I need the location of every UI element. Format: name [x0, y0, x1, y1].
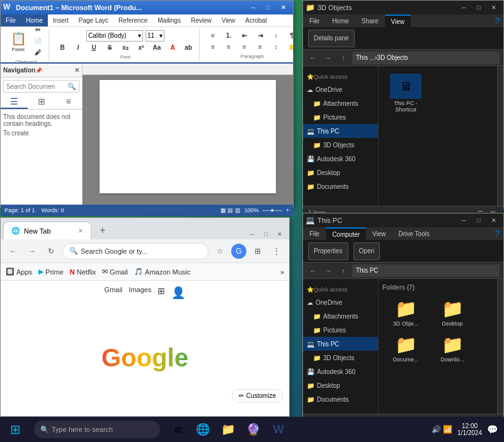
zoom-slider[interactable]: ──●── — [263, 207, 282, 213]
start-button[interactable]: ⊞ — [0, 417, 30, 442]
apps-grid-icon[interactable]: ⊞ — [158, 286, 165, 300]
taskbar-word-button[interactable]: W — [267, 418, 290, 441]
tab-page-layout[interactable]: Page Layc — [74, 14, 113, 26]
decrease-indent-button[interactable]: ⇤ — [238, 31, 251, 41]
cut-button[interactable]: ✂ — [31, 27, 45, 35]
explorer-pc-sidebar-autodesk[interactable]: 💾 Autodesk 360 — [303, 365, 378, 378]
word-close-button[interactable]: ✕ — [277, 3, 290, 13]
taskbar-unknown-button[interactable]: 🔮 — [242, 418, 265, 441]
chrome-new-tab-button[interactable]: + — [94, 222, 112, 239]
explorer-pc-sidebar-pictures[interactable]: 📁 Pictures — [303, 323, 378, 337]
pc-folder-documents[interactable]: 📁 Docume... — [384, 332, 428, 365]
explorer-pc-close-button[interactable]: ✕ — [487, 215, 501, 225]
copy-button[interactable]: 📄 — [31, 37, 45, 47]
nav-close-button[interactable]: ✕ — [74, 67, 79, 74]
nav-search-box[interactable]: 🔍 — [3, 80, 79, 93]
system-clock[interactable]: 12:00 1/1/2024 — [457, 422, 482, 436]
font-size-select[interactable]: 11 ▾ — [146, 30, 164, 42]
explorer-3d-tab-view[interactable]: View — [385, 14, 411, 27]
explorer-3d-sidebar-3d-objects[interactable]: 📁 3D Objects — [303, 138, 378, 152]
explorer-pc-maximize-button[interactable]: □ — [472, 215, 486, 225]
explorer-3d-path[interactable]: This ... › 3D Objects — [352, 52, 500, 64]
explorer-3d-sidebar-desktop[interactable]: 📁 Desktop — [303, 166, 378, 179]
explorer-3d-sidebar-onedrive[interactable]: ☁ OneDrive — [303, 82, 378, 96]
line-spacing-button[interactable]: ↕ — [269, 42, 283, 52]
explorer-pc-sidebar-onedrive[interactable]: ☁ OneDrive — [303, 295, 378, 309]
increase-indent-button[interactable]: ⇥ — [253, 31, 267, 41]
taskbar-explorer-button[interactable]: 📁 — [217, 418, 239, 441]
align-left-button[interactable]: ≡ — [206, 42, 220, 52]
chrome-close-button[interactable]: ✕ — [273, 229, 287, 239]
explorer-3d-sidebar-autodesk[interactable]: 💾 Autodesk 360 — [303, 152, 378, 166]
chrome-tab-new-tab[interactable]: 🌐 New Tab ✕ — [3, 222, 91, 239]
explorer-pc-tab-drive-tools[interactable]: Drive Tools — [392, 227, 436, 240]
show-formatting-button[interactable]: ¶ — [285, 31, 293, 41]
explorer-pc-open-button[interactable]: Open — [353, 242, 380, 260]
explorer-pc-properties-button[interactable]: Properties — [308, 242, 348, 260]
align-right-button[interactable]: ≡ — [238, 42, 251, 52]
chrome-menu-button[interactable]: ⋮ — [269, 244, 284, 259]
tab-insert[interactable]: Insert — [48, 14, 74, 26]
explorer-3d-tab-home[interactable]: Home — [326, 14, 355, 27]
explorer-3d-sidebar-attachments[interactable]: 📁 Attachments — [303, 96, 378, 110]
explorer-pc-path[interactable]: This PC — [352, 264, 500, 277]
explorer-pc-back-button[interactable]: ← — [307, 264, 319, 277]
explorer-3d-back-button[interactable]: ← — [307, 52, 319, 64]
nav-pin-button[interactable]: 📌 — [35, 67, 42, 74]
customize-button[interactable]: ✏ Customize — [232, 389, 283, 402]
superscript-button[interactable]: x² — [134, 43, 148, 53]
chrome-user-avatar[interactable]: 👤 — [171, 286, 185, 300]
help-icon[interactable]: ? — [495, 16, 500, 26]
explorer-pc-sidebar-desktop[interactable]: 📁 Desktop — [303, 378, 378, 392]
subscript-button[interactable]: x₂ — [118, 43, 132, 53]
zoom-in-button[interactable]: + — [286, 207, 289, 213]
chrome-maximize-button[interactable]: □ — [259, 229, 273, 239]
bookmark-netflix[interactable]: N Netflix — [70, 268, 96, 276]
gmail-link[interactable]: Gmail — [105, 286, 123, 300]
bookmark-prime[interactable]: ▶ Prime — [38, 268, 64, 276]
explorer-3d-details-pane-button[interactable]: Details pane — [308, 30, 355, 47]
align-center-button[interactable]: ≡ — [222, 42, 236, 52]
explorer-3d-close-button[interactable]: ✕ — [487, 3, 501, 13]
chrome-account-button[interactable]: G — [231, 244, 246, 259]
italic-button[interactable]: I — [71, 43, 85, 53]
font-color-button[interactable]: A — [166, 43, 180, 53]
explorer-pc-up-button[interactable]: ↑ — [337, 264, 350, 277]
nav-tab-headings[interactable]: ☰ — [1, 95, 28, 109]
taskbar-task-view-button[interactable]: ⧉ — [166, 418, 189, 441]
explorer-3d-help-button[interactable]: ? — [495, 14, 503, 27]
explorer-pc-tab-computer[interactable]: Computer — [326, 227, 366, 240]
word-maximize-button[interactable]: □ — [261, 3, 275, 13]
highlight-button[interactable]: ab — [181, 43, 195, 53]
explorer-3d-scrollbar[interactable] — [497, 66, 503, 206]
tab-acrobat[interactable]: Acrobat — [240, 14, 272, 26]
explorer-pc-scrollbar[interactable] — [497, 279, 503, 414]
explorer-pc-help-icon[interactable]: ? — [495, 229, 500, 239]
pc-folder-desktop[interactable]: 📁 Desktop — [430, 296, 474, 329]
explorer-pc-sidebar-3d-objects[interactable]: 📁 3D Objects — [303, 351, 378, 365]
chrome-address-bar[interactable]: 🔍 Search Google or ty... — [62, 243, 209, 259]
explorer-pc-sidebar-this-pc[interactable]: 💻 This PC — [303, 337, 378, 351]
tab-review[interactable]: Review — [186, 14, 217, 26]
chrome-back-button[interactable]: ← — [6, 244, 21, 259]
pc-folder-downloads[interactable]: 📁 Downlo... — [430, 332, 474, 365]
explorer-3d-maximize-button[interactable]: □ — [472, 3, 486, 13]
explorer-3d-tab-share[interactable]: Share — [355, 14, 385, 27]
images-link[interactable]: Images — [129, 286, 151, 300]
sort-button[interactable]: ↕ — [269, 31, 283, 41]
taskbar-chrome-button[interactable]: 🌐 — [192, 418, 214, 441]
chrome-minimize-button[interactable]: ─ — [245, 229, 259, 239]
explorer-3d-sidebar-this-pc[interactable]: 💻 This PC — [303, 124, 378, 138]
chrome-extensions-button[interactable]: ⊞ — [250, 244, 265, 259]
chrome-bookmark-button[interactable]: ☆ — [212, 244, 227, 259]
nav-tab-results[interactable]: ≡ — [55, 95, 82, 109]
tab-file[interactable]: File — [1, 14, 21, 26]
explorer-3d-sidebar-pictures[interactable]: 📁 Pictures — [303, 110, 378, 124]
explorer-pc-help-button[interactable]: ? — [495, 227, 503, 240]
paste-button[interactable]: 📋 Paste — [7, 30, 30, 53]
taskbar-search-box[interactable]: 🔍 Type here to search — [34, 421, 160, 438]
bookmark-gmail[interactable]: ✉ Gmail — [102, 268, 128, 276]
chrome-forward-button[interactable]: → — [25, 244, 40, 259]
word-minimize-button[interactable]: ─ — [246, 3, 260, 13]
tab-mailings[interactable]: Mailings — [152, 14, 186, 26]
